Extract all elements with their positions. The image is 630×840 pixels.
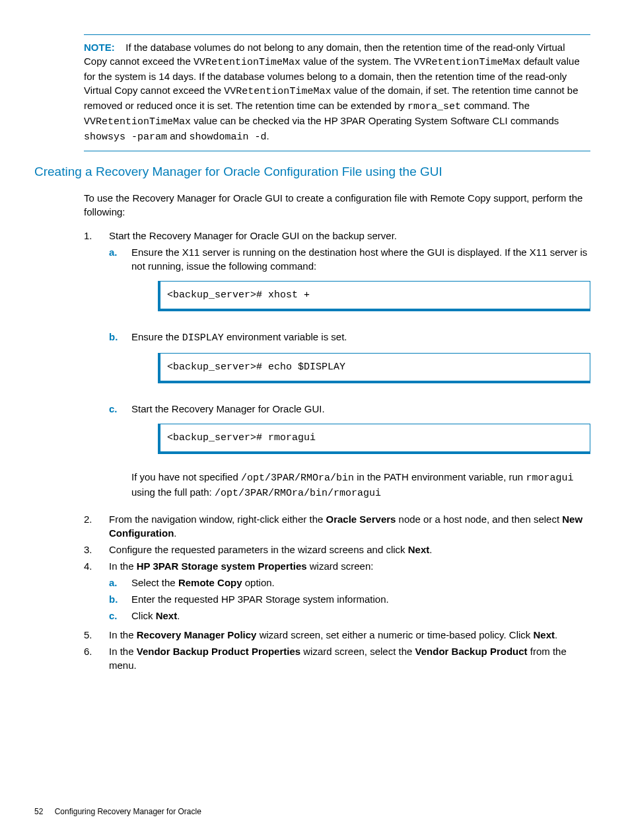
step-4b: b.Enter the requested HP 3PAR Storage sy…	[109, 592, 590, 606]
substep-text: Select the Remote Copy option.	[131, 576, 590, 590]
step-4: 4. In the HP 3PAR Storage system Propert…	[84, 559, 590, 625]
substep-text: Click Next.	[131, 609, 590, 623]
section-heading: Creating a Recovery Manager for Oracle C…	[34, 163, 590, 181]
command-block: <backup_server># xhost +	[158, 281, 590, 311]
step-1: 1. Start the Recovery Manager for Oracle…	[84, 229, 590, 503]
command-block: <backup_server># rmoragui	[158, 424, 590, 454]
step-1a: a. Ensure the X11 server is running on t…	[109, 245, 590, 327]
note-label: NOTE:	[84, 42, 115, 53]
step-1c: c. Start the Recovery Manager for Oracle…	[109, 402, 590, 500]
step-4a: a.Select the Remote Copy option.	[109, 576, 590, 590]
step-5: 5. In the Recovery Manager Policy wizard…	[84, 628, 590, 642]
note-box: NOTE: If the database volumes do not bel…	[84, 34, 590, 151]
step-3: 3. Configure the requested parameters in…	[84, 543, 590, 556]
step-text: In the Vendor Backup Product Properties …	[109, 644, 590, 672]
step-text: In the HP 3PAR Storage system Properties…	[109, 560, 373, 572]
substep-text: Ensure the X11 server is running on the …	[131, 247, 587, 272]
intro-text: To use the Recovery Manager for Oracle G…	[84, 191, 590, 219]
substep-text: Start the Recovery Manager for Oracle GU…	[131, 403, 325, 414]
step-4c: c.Click Next.	[109, 609, 590, 623]
step-text: Start the Recovery Manager for Oracle GU…	[109, 230, 397, 241]
after-text: If you have not specified /opt/3PAR/RMOr…	[131, 471, 573, 498]
command-block: <backup_server># echo $DISPLAY	[158, 353, 590, 383]
step-text: Configure the requested parameters in th…	[109, 543, 590, 556]
note-text: If the database volumes do not belong to…	[84, 42, 580, 141]
step-text: From the navigation window, right-click …	[109, 512, 590, 540]
step-1b: b. Ensure the DISPLAY environment variab…	[109, 330, 590, 399]
substep-text: Enter the requested HP 3PAR Storage syst…	[131, 592, 590, 606]
step-6: 6. In the Vendor Backup Product Properti…	[84, 644, 590, 672]
step-text: In the Recovery Manager Policy wizard sc…	[109, 628, 590, 642]
main-steps: 1. Start the Recovery Manager for Oracle…	[84, 229, 590, 672]
substep-text: Ensure the DISPLAY environment variable …	[131, 331, 347, 342]
step-2: 2. From the navigation window, right-cli…	[84, 512, 590, 540]
